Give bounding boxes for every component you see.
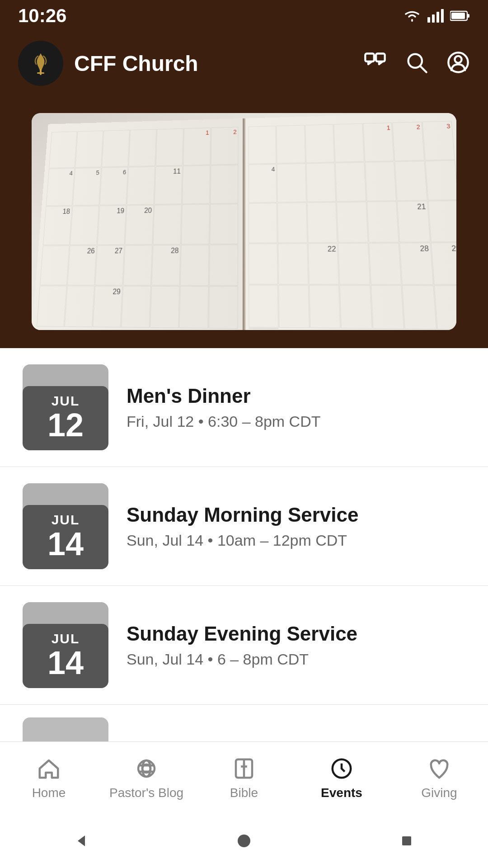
event-month: JUL [23, 512, 108, 528]
android-recents-button[interactable] [393, 827, 420, 854]
chat-icon [363, 51, 387, 74]
header-left: CFF Church [18, 41, 198, 86]
event-day: 14 [23, 528, 108, 560]
event-time: Sun, Jul 14 • 10am – 12pm CDT [127, 532, 465, 549]
android-home-button[interactable] [230, 827, 258, 854]
event-date-badge: JUL 12 [23, 364, 108, 450]
nav-item-giving[interactable]: Giving [390, 756, 488, 800]
event-month: JUL [23, 631, 108, 646]
church-logo[interactable] [18, 41, 63, 86]
event-item[interactable]: JUL 12 Men's Dinner Fri, Jul 12 • 6:30 –… [0, 348, 488, 467]
svg-point-25 [238, 835, 250, 847]
nav-item-bible[interactable]: Bible [195, 756, 293, 800]
calendar-visual: 1 2 4 5 6 11 18 19 20 [32, 113, 456, 330]
bible-icon [231, 756, 257, 781]
svg-rect-9 [365, 54, 374, 61]
search-button[interactable] [405, 51, 428, 76]
nav-label-home: Home [32, 786, 66, 800]
svg-rect-7 [40, 69, 42, 75]
android-home-icon [235, 832, 253, 850]
pastors-blog-svg [134, 756, 159, 781]
svg-rect-26 [402, 836, 411, 845]
event-title: Men's Dinner [127, 385, 465, 407]
event-month: JUL [23, 393, 108, 409]
header-section: CFF Church [0, 32, 488, 348]
nav-label-giving: Giving [421, 786, 457, 800]
back-icon [72, 832, 90, 850]
svg-rect-5 [467, 14, 469, 18]
giving-icon [427, 756, 452, 781]
nav-item-home[interactable]: Home [0, 756, 98, 800]
android-nav-bar [0, 814, 488, 868]
svg-point-16 [142, 760, 150, 777]
search-icon [405, 51, 428, 74]
svg-rect-6 [451, 13, 465, 19]
event-day: 14 [23, 646, 108, 679]
svg-rect-0 [427, 17, 430, 23]
event-date-badge: JUL 14 [23, 602, 108, 688]
nav-item-events[interactable]: Events [293, 756, 390, 800]
church-name: CFF Church [74, 51, 198, 76]
svg-line-12 [421, 66, 427, 72]
event-item[interactable]: JUL 14 Sunday Evening Service Sun, Jul 1… [0, 586, 488, 705]
status-time: 10:26 [18, 5, 66, 27]
nav-label-events: Events [321, 786, 362, 800]
svg-rect-10 [376, 54, 385, 61]
signal-icon [427, 9, 444, 23]
pastors-blog-icon [134, 756, 159, 781]
event-details: Men's Dinner Fri, Jul 12 • 6:30 – 8pm CD… [127, 385, 465, 430]
nav-label-pastors-blog: Pastor's Blog [109, 786, 183, 800]
svg-marker-24 [78, 835, 85, 846]
event-time: Sun, Jul 14 • 6 – 8pm CDT [127, 651, 465, 668]
bottom-navigation: Home Pastor's Blog [0, 741, 488, 814]
svg-rect-2 [436, 12, 439, 23]
profile-icon [446, 51, 470, 74]
svg-rect-1 [432, 14, 435, 23]
battery-icon [450, 10, 470, 22]
bible-svg [232, 756, 256, 781]
event-title: Sunday Morning Service [127, 504, 465, 526]
event-title: Sunday Evening Service [127, 623, 465, 645]
nav-item-pastors-blog[interactable]: Pastor's Blog [98, 756, 195, 800]
status-icons [403, 9, 470, 23]
events-svg [329, 756, 354, 781]
home-svg [37, 756, 61, 781]
event-item[interactable]: JUL 14 Sunday Morning Service Sun, Jul 1… [0, 467, 488, 586]
wifi-icon [403, 9, 421, 23]
app-header: CFF Church [0, 32, 488, 99]
event-date-badge: JUL 14 [23, 483, 108, 569]
logo-svg [26, 49, 55, 78]
nav-label-bible: Bible [230, 786, 258, 800]
event-details: Sunday Morning Service Sun, Jul 14 • 10a… [127, 504, 465, 549]
svg-rect-3 [441, 9, 444, 23]
home-icon [36, 756, 61, 781]
svg-point-14 [455, 56, 461, 63]
event-day: 12 [23, 409, 108, 441]
recents-icon [398, 832, 416, 850]
event-details: Sunday Evening Service Sun, Jul 14 • 6 –… [127, 623, 465, 668]
header-actions [363, 51, 470, 76]
android-back-button[interactable] [68, 827, 95, 854]
status-bar: 10:26 [0, 0, 488, 32]
event-time: Fri, Jul 12 • 6:30 – 8pm CDT [127, 413, 465, 430]
events-icon [329, 756, 354, 781]
hero-calendar-image: 1 2 4 5 6 11 18 19 20 [32, 113, 456, 330]
giving-svg [427, 756, 451, 781]
profile-button[interactable] [446, 51, 470, 76]
chat-button[interactable] [363, 51, 387, 76]
svg-rect-8 [37, 72, 44, 74]
